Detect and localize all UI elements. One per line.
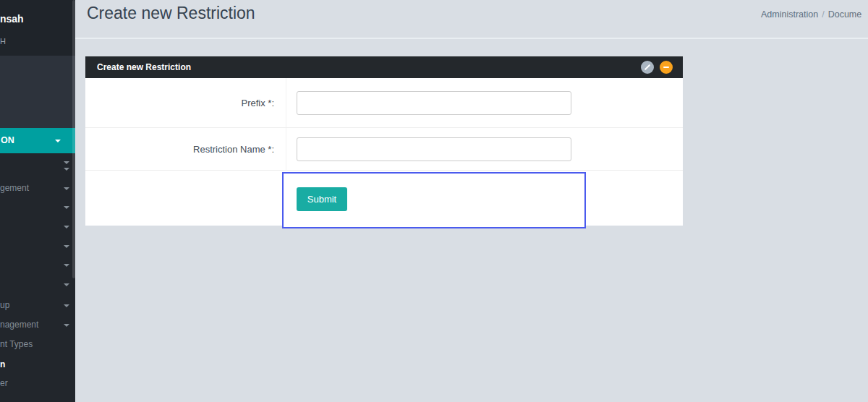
sidebar-submenu-item[interactable]: [0, 217, 75, 236]
chevron-down-icon: [64, 187, 69, 190]
chevron-down-icon: [64, 304, 69, 307]
sidebar-submenu-item[interactable]: [0, 275, 75, 294]
chevron-down-icon: [55, 140, 61, 142]
panel-header: Create new Restriction: [85, 56, 683, 78]
restriction-name-label: Restriction Name *:: [193, 144, 274, 155]
sidebar-submenu-item[interactable]: nt Types: [0, 335, 75, 354]
form-row-prefix: Prefix *:: [85, 78, 683, 128]
breadcrumb-link-administration[interactable]: Administration: [761, 9, 818, 20]
sidebar-active-label: ON: [1, 128, 14, 153]
breadcrumb: Administration/Docume: [761, 9, 861, 20]
sidebar-user-name: nsah: [0, 13, 24, 25]
chevron-down-icon: [64, 206, 69, 209]
submenu-label: er: [0, 378, 8, 388]
submit-button[interactable]: Submit: [297, 187, 347, 211]
restriction-name-input[interactable]: [297, 137, 571, 161]
sidebar-collapsed-menu[interactable]: [0, 56, 75, 128]
chevron-down-icon: [64, 324, 69, 327]
sidebar-submenu-item-active[interactable]: n: [0, 355, 75, 375]
edit-icon[interactable]: [641, 61, 654, 74]
prefix-field-cell: [286, 78, 683, 127]
sidebar-user-section: nsah H: [0, 0, 75, 56]
chevron-down-icon: [64, 283, 69, 286]
restriction-name-field-cell: [286, 128, 683, 170]
submenu-label: up: [0, 300, 9, 310]
panel-title: Create new Restriction: [85, 62, 191, 72]
chevron-down-icon: [64, 226, 69, 228]
sidebar-submenu-item[interactable]: [0, 159, 75, 179]
submit-focus-region: Submit: [282, 172, 586, 228]
sidebar-user-role: H: [0, 37, 6, 46]
collapse-icon[interactable]: [660, 61, 673, 74]
submenu-label: nt Types: [0, 339, 33, 349]
breadcrumb-separator: /: [818, 9, 827, 20]
submenu-label: gement: [0, 183, 29, 193]
submenu-label: n: [0, 359, 5, 369]
breadcrumb-link-document[interactable]: Docume: [828, 9, 862, 20]
sidebar-submenu-item[interactable]: up: [0, 296, 75, 315]
submenu-label: nagement: [0, 320, 38, 330]
sidebar-nav: nsah H ON gement: [0, 0, 75, 402]
prefix-label-cell: Prefix *:: [85, 78, 286, 127]
app-screen: nsah H ON gement: [0, 0, 868, 402]
page-title: Create new Restriction: [87, 4, 255, 23]
sidebar-item-administration-active[interactable]: ON: [0, 128, 75, 153]
form-row-restriction-name: Restriction Name *:: [85, 128, 683, 171]
chevron-down-icon: [64, 264, 69, 267]
prefix-input[interactable]: [297, 91, 571, 115]
sidebar-submenu-item[interactable]: [0, 236, 75, 256]
sidebar-submenu-item[interactable]: [0, 197, 75, 217]
chevron-down-icon: [64, 168, 69, 171]
create-restriction-panel: Create new Restriction Prefix *: Restric…: [85, 56, 683, 226]
sidebar-scrollbar[interactable]: [72, 0, 75, 278]
sidebar-submenu-item[interactable]: [0, 255, 75, 275]
chevron-down-icon: [64, 245, 69, 248]
header-divider: [75, 38, 868, 39]
prefix-label: Prefix *:: [241, 98, 274, 108]
restriction-name-label-cell: Restriction Name *:: [85, 128, 286, 170]
sidebar-submenu-item[interactable]: nagement: [0, 315, 75, 335]
panel-header-actions: [641, 61, 673, 74]
sidebar-submenu-item[interactable]: gement: [0, 179, 75, 198]
sidebar-submenu-item[interactable]: er: [0, 374, 75, 393]
